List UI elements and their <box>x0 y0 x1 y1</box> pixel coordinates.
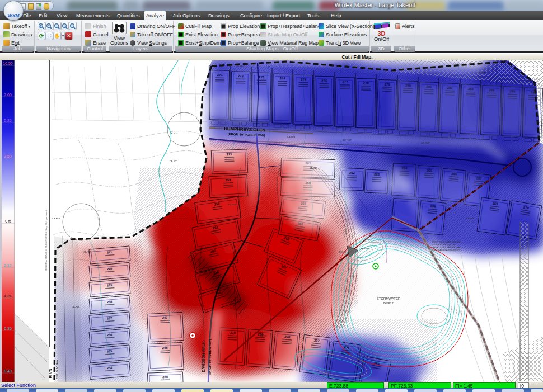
svg-text:SE DORIA GRADING PLAN PHASE 2: SE DORIA GRADING PLAN PHASE 2 Dwg 24-1 g… <box>45 209 48 271</box>
svg-text:CB-H17: CB-H17 <box>83 251 91 253</box>
svg-text:6.36: 6.36 <box>4 327 12 330</box>
svg-text:16" RCP: 16" RCP <box>228 203 237 206</box>
svg-text:CB-G17: CB-G17 <box>366 189 374 192</box>
svg-text:FES-H: FES-H <box>339 251 346 253</box>
svg-text:4.24: 4.24 <box>4 294 12 298</box>
svg-text:CB-G21: CB-G21 <box>287 135 296 138</box>
svg-text:CB-H16: CB-H16 <box>52 217 60 220</box>
svg-text:STORMWATER: STORMWATER <box>377 297 401 300</box>
svg-text:10.50: 10.50 <box>3 62 13 65</box>
svg-text:DAVIDSON WALK: DAVIDSON WALK <box>202 341 205 372</box>
svg-text:245: 245 <box>162 375 168 379</box>
svg-text:CB-G22: CB-G22 <box>170 160 178 163</box>
svg-text:24" RCP: 24" RCP <box>421 141 430 144</box>
svg-text:CB-G19: CB-G19 <box>310 167 318 169</box>
svg-text:INSTALLED AS PART OF THE: INSTALLED AS PART OF THE <box>432 247 460 249</box>
svg-text:16" RCP: 16" RCP <box>236 64 245 67</box>
svg-text:5.25: 5.25 <box>4 119 12 122</box>
svg-text:FES-G1: FES-G1 <box>361 247 369 250</box>
svg-text:2.12: 2.12 <box>4 263 12 267</box>
svg-text:CB-J11: CB-J11 <box>259 334 267 337</box>
svg-text:N PUBLIC R/W: N PUBLIC R/W <box>55 360 59 379</box>
svg-text:BLVD: BLVD <box>49 369 53 379</box>
svg-text:PHASE A EROSION CONTROL): PHASE A EROSION CONTROL) <box>432 249 462 252</box>
svg-text:(PROP. 50' PUBLIC R/W): (PROP. 50' PUBLIC R/W) <box>208 339 212 374</box>
svg-text:7.00: 7.00 <box>4 93 12 97</box>
svg-text:CB-G11: CB-G11 <box>466 217 475 220</box>
svg-text:3.50: 3.50 <box>4 154 12 158</box>
svg-text:BMP 2: BMP 2 <box>383 301 394 305</box>
svg-text:0 ft: 0 ft <box>5 219 11 223</box>
svg-text:STORM SYSTEM (TO BE: STORM SYSTEM (TO BE <box>432 244 456 246</box>
svg-text:16" RCP: 16" RCP <box>343 139 352 141</box>
svg-text:CB-G25: CB-G25 <box>170 132 178 135</box>
svg-text:18" RCP: 18" RCP <box>477 71 486 74</box>
svg-text:8.48: 8.48 <box>4 369 12 373</box>
svg-text:CB-H18: CB-H18 <box>72 305 80 308</box>
svg-text:PROP. CLEAN WATER BYPASS: PROP. CLEAN WATER BYPASS <box>432 241 462 243</box>
